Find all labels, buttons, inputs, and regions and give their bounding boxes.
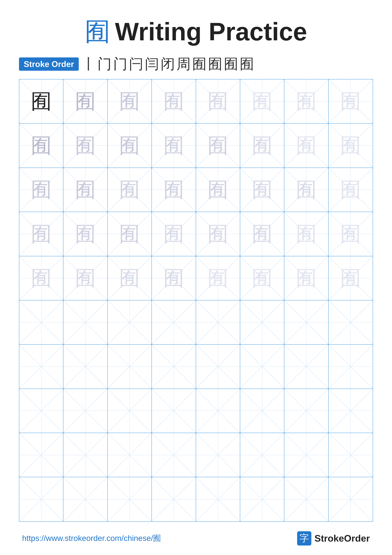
grid-cell-7-4[interactable]: [152, 345, 196, 389]
grid-cell-7-3[interactable]: [108, 345, 152, 389]
grid-cell-4-7[interactable]: 囿: [284, 212, 328, 256]
grid-cell-1-5[interactable]: 囿: [196, 80, 240, 124]
grid-cell-6-5[interactable]: [196, 300, 240, 345]
grid-cell-6-7[interactable]: [284, 300, 328, 345]
grid-cell-3-3[interactable]: 囿: [108, 168, 152, 212]
grid-cell-2-3[interactable]: 囿: [108, 124, 152, 168]
grid-cell-4-3[interactable]: 囿: [108, 212, 152, 256]
svg-line-124: [284, 389, 328, 433]
grid-cell-3-6[interactable]: 囿: [240, 168, 284, 212]
grid-cell-7-1[interactable]: [19, 345, 64, 389]
grid-cell-8-2[interactable]: [64, 389, 107, 433]
grid-cell-10-4[interactable]: [152, 477, 196, 521]
grid-cell-6-3[interactable]: [108, 300, 152, 345]
grid-cell-7-8[interactable]: [328, 345, 373, 389]
cell-char-ghost: 囿: [296, 224, 317, 244]
grid-cell-10-5[interactable]: [196, 477, 240, 521]
svg-line-102: [152, 345, 196, 388]
grid-cell-9-3[interactable]: [108, 433, 152, 477]
grid-cell-5-5[interactable]: 囿: [196, 256, 240, 300]
grid-cell-3-1[interactable]: 囿: [19, 168, 64, 212]
grid-cell-7-5[interactable]: [196, 345, 240, 389]
grid-cell-5-3[interactable]: 囿: [108, 256, 152, 300]
grid-cell-3-2[interactable]: 囿: [64, 168, 107, 212]
grid-cell-5-7[interactable]: 囿: [284, 256, 328, 300]
grid-cell-7-6[interactable]: [240, 345, 284, 389]
svg-line-144: [19, 477, 63, 521]
svg-line-84: [108, 300, 151, 344]
svg-line-114: [64, 389, 107, 433]
grid-cell-8-8[interactable]: [328, 389, 373, 433]
grid-cell-1-8[interactable]: 囿: [328, 80, 373, 124]
grid-cell-10-2[interactable]: [64, 477, 107, 521]
grid-cell-10-1[interactable]: [19, 477, 64, 521]
grid-cell-10-8[interactable]: [328, 477, 373, 521]
grid-cell-6-1[interactable]: [19, 300, 64, 345]
grid-cell-2-8[interactable]: 囿: [328, 124, 373, 168]
grid-cell-9-4[interactable]: [152, 433, 196, 477]
grid-cell-3-4[interactable]: 囿: [152, 168, 196, 212]
footer-url[interactable]: https://www.strokeorder.com/chinese/囿: [22, 533, 161, 544]
cell-char-ghost: 囿: [208, 135, 228, 156]
grid-cell-8-7[interactable]: [284, 389, 328, 433]
svg-line-151: [152, 477, 196, 521]
grid-cell-9-7[interactable]: [284, 433, 328, 477]
grid-cell-3-8[interactable]: 囿: [328, 168, 373, 212]
grid-cell-5-6[interactable]: 囿: [240, 256, 284, 300]
grid-cell-5-1[interactable]: 囿: [19, 256, 64, 300]
grid-cell-2-2[interactable]: 囿: [64, 124, 107, 168]
svg-line-94: [328, 300, 373, 344]
grid-cell-1-6[interactable]: 囿: [240, 80, 284, 124]
svg-line-157: [284, 477, 328, 521]
grid-cell-1-4[interactable]: 囿: [152, 80, 196, 124]
grid-cell-9-2[interactable]: [64, 433, 107, 477]
grid-cell-6-8[interactable]: [328, 300, 373, 345]
svg-line-123: [240, 389, 284, 433]
grid-cell-1-3[interactable]: 囿: [108, 80, 152, 124]
grid-cell-8-1[interactable]: [19, 389, 64, 433]
grid-cell-7-7[interactable]: [284, 345, 328, 389]
grid-cell-4-4[interactable]: 囿: [152, 212, 196, 256]
svg-line-133: [108, 433, 151, 477]
grid-cell-1-2[interactable]: 囿: [64, 80, 107, 124]
grid-cell-5-8[interactable]: 囿: [328, 256, 373, 300]
grid-cell-3-7[interactable]: 囿: [284, 168, 328, 212]
grid-cell-9-6[interactable]: [240, 433, 284, 477]
grid-cell-4-2[interactable]: 囿: [64, 212, 107, 256]
grid-cell-5-4[interactable]: 囿: [152, 256, 196, 300]
grid-cell-3-5[interactable]: 囿: [196, 168, 240, 212]
grid-cell-6-6[interactable]: [240, 300, 284, 345]
grid-cell-9-1[interactable]: [19, 433, 64, 477]
grid-cell-4-5[interactable]: 囿: [196, 212, 240, 256]
stroke-char-9: 囿: [208, 57, 222, 71]
practice-grid[interactable]: 囿 囿 囿 囿 囿 囿 囿: [19, 79, 373, 522]
grid-cell-2-1[interactable]: 囿: [19, 124, 64, 168]
grid-cell-5-2[interactable]: 囿: [64, 256, 107, 300]
svg-line-148: [108, 477, 151, 521]
grid-cell-2-7[interactable]: 囿: [284, 124, 328, 168]
grid-cell-4-1[interactable]: 囿: [19, 212, 64, 256]
grid-cell-2-4[interactable]: 囿: [152, 124, 196, 168]
grid-cell-10-3[interactable]: [108, 477, 152, 521]
grid-cell-6-4[interactable]: [152, 300, 196, 345]
grid-cell-1-7[interactable]: 囿: [284, 80, 328, 124]
grid-cell-7-2[interactable]: [64, 345, 107, 389]
svg-line-129: [19, 433, 63, 477]
grid-cell-2-5[interactable]: 囿: [196, 124, 240, 168]
grid-cell-8-3[interactable]: [108, 389, 152, 433]
grid-cell-8-5[interactable]: [196, 389, 240, 433]
grid-cell-10-6[interactable]: [240, 477, 284, 521]
grid-cell-4-8[interactable]: 囿: [328, 212, 373, 256]
svg-line-95: [328, 300, 373, 344]
grid-cell-6-2[interactable]: [64, 300, 107, 345]
svg-line-147: [64, 477, 107, 521]
grid-cell-9-5[interactable]: [196, 433, 240, 477]
grid-cell-10-7[interactable]: [284, 477, 328, 521]
grid-cell-2-6[interactable]: 囿: [240, 124, 284, 168]
grid-cell-4-6[interactable]: 囿: [240, 212, 284, 256]
grid-cell-8-6[interactable]: [240, 389, 284, 433]
grid-cell-8-4[interactable]: [152, 389, 196, 433]
cell-char-ghost: 囿: [31, 224, 51, 244]
grid-cell-1-1[interactable]: 囿: [19, 80, 64, 124]
grid-cell-9-8[interactable]: [328, 433, 373, 477]
